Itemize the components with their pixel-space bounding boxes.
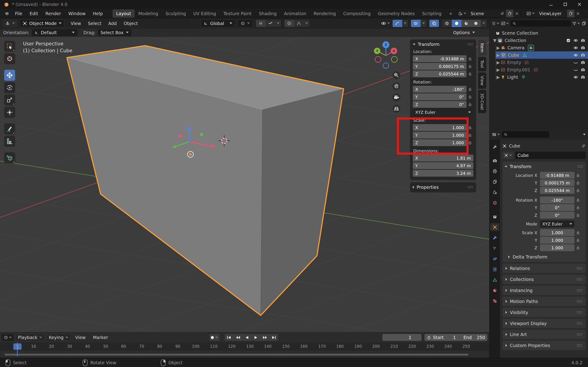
menu-add[interactable]: Add xyxy=(105,21,120,26)
properties-tab-texture[interactable] xyxy=(490,297,499,305)
properties-tab-tool[interactable] xyxy=(490,143,499,151)
properties-tab-object-data[interactable] xyxy=(490,276,499,284)
disclosure-closed-icon[interactable]: ▶ xyxy=(496,75,501,80)
render-camera-icon[interactable] xyxy=(579,75,587,79)
object-browse-button[interactable] xyxy=(502,152,514,159)
dimension-y-field[interactable]: Y4.97 m xyxy=(413,162,473,169)
lock-icon[interactable] xyxy=(574,189,581,192)
menu-object[interactable]: Object xyxy=(120,21,141,26)
lock-icon[interactable] xyxy=(467,141,473,145)
section-custom-properties[interactable]: Custom Properties xyxy=(502,341,586,350)
start-frame-field[interactable]: 1 xyxy=(453,335,456,340)
properties-tab-view-layer[interactable] xyxy=(490,178,499,186)
lock-icon[interactable] xyxy=(574,173,581,177)
section-visibility[interactable]: Visibility xyxy=(502,308,586,317)
jump-next-keyframe-button[interactable] xyxy=(260,334,269,341)
camera-data-icon[interactable] xyxy=(528,45,534,51)
tool-cursor[interactable] xyxy=(4,53,15,64)
rotation-z-field[interactable]: Z0° xyxy=(413,101,467,108)
menu-edit[interactable]: Edit xyxy=(26,10,42,17)
properties-tab-scene[interactable] xyxy=(490,188,499,196)
hidden-eye-closed-icon[interactable] xyxy=(572,67,579,72)
play-button[interactable] xyxy=(251,334,260,341)
timeline-ruler[interactable]: 1020 3040 5060 7080 90100 110120 130140 … xyxy=(0,342,489,351)
gizmo-plane-handle-x[interactable] xyxy=(179,134,182,138)
properties-tab-particles[interactable] xyxy=(490,244,499,252)
view-layer-name[interactable]: ViewLayer xyxy=(536,11,567,16)
lock-icon[interactable] xyxy=(574,206,581,210)
lock-icon[interactable] xyxy=(574,213,581,217)
outliner-row-collection[interactable]: ▼ Collection xyxy=(489,37,588,44)
delta-transform-collapsed[interactable]: Delta Transform xyxy=(505,254,583,259)
tool-rotate[interactable] xyxy=(4,82,15,93)
workspace-tab-scripting[interactable]: Scripting xyxy=(418,9,445,18)
pin-scene-icon[interactable] xyxy=(499,10,506,17)
prop-rotation-y-field[interactable]: 0° xyxy=(540,204,574,211)
scale-z-field[interactable]: Z1.000 xyxy=(413,139,467,146)
properties-options-dropdown[interactable] xyxy=(583,134,586,135)
timeline-view-menu[interactable]: View xyxy=(73,335,88,340)
collapse-icon[interactable] xyxy=(413,44,415,45)
remove-view-layer-button[interactable]: ✕ xyxy=(574,10,581,17)
collapse-icon[interactable] xyxy=(505,166,507,167)
options-dropdown[interactable]: Options xyxy=(450,29,478,36)
mesh-data-icon[interactable] xyxy=(522,53,527,58)
breadcrumb-object-name[interactable]: Cube xyxy=(509,143,520,148)
location-x-field[interactable]: X-0.91488 m xyxy=(413,55,467,62)
workspace-tab-shading[interactable]: Shading xyxy=(255,9,280,18)
jump-to-end-button[interactable] xyxy=(269,334,278,341)
playhead[interactable] xyxy=(17,342,18,356)
scene-name[interactable]: Scene xyxy=(468,11,499,16)
zoom-button[interactable] xyxy=(393,71,400,79)
current-frame-field[interactable]: 1 xyxy=(382,334,422,341)
section-viewport-display[interactable]: Viewport Display xyxy=(502,319,586,328)
menu-file[interactable]: File xyxy=(11,10,26,17)
dimension-x-field[interactable]: X1.81 m xyxy=(413,155,473,161)
unlink-scene-button[interactable]: ✕ xyxy=(513,10,520,17)
show-overlays-button[interactable] xyxy=(411,20,421,27)
lock-icon[interactable] xyxy=(467,65,473,68)
snap-toggle-button[interactable] xyxy=(256,20,266,27)
tool-select-box[interactable] xyxy=(4,41,15,52)
tool-move[interactable] xyxy=(4,70,15,81)
properties-tab-collection[interactable] xyxy=(490,213,499,220)
proportional-edit-button[interactable] xyxy=(284,20,294,27)
snap-dropdown[interactable] xyxy=(275,20,281,27)
properties-tab-constraints[interactable] xyxy=(490,265,499,273)
lock-icon[interactable] xyxy=(574,246,581,250)
prop-scale-z-field[interactable]: 1.000 xyxy=(540,244,574,251)
add-workspace-button[interactable]: + xyxy=(445,9,456,18)
keying-menu[interactable]: Keying xyxy=(46,334,71,341)
viewport-3d[interactable]: Z Y X xyxy=(0,37,489,332)
end-frame-field[interactable]: 250 xyxy=(477,335,485,340)
show-gizmo-button[interactable] xyxy=(393,20,402,27)
menu-view[interactable]: View xyxy=(67,21,85,26)
disclosure-closed-icon[interactable]: ▶ xyxy=(496,52,501,58)
snap-target-button[interactable] xyxy=(266,20,275,27)
drag-handle-icon[interactable] xyxy=(578,165,583,168)
lock-icon[interactable] xyxy=(467,72,473,76)
outliner-row-scene-collection[interactable]: Scene Collection xyxy=(489,29,588,37)
pan-button[interactable] xyxy=(393,82,400,90)
scene-browse-button[interactable] xyxy=(456,10,468,17)
shading-rendered-button[interactable] xyxy=(471,20,481,27)
timeline-track-area[interactable] xyxy=(0,351,489,356)
lock-icon[interactable] xyxy=(574,198,581,202)
menu-help[interactable]: Help xyxy=(89,10,106,17)
prop-location-x-field[interactable]: -0.91488 m xyxy=(540,172,574,179)
outliner-search-input[interactable] xyxy=(510,20,571,27)
properties-editor-type-button[interactable] xyxy=(492,132,500,137)
orientation-default-dropdown[interactable]: Default xyxy=(32,29,78,36)
tool-add-primitive[interactable] xyxy=(4,152,15,163)
cube-object[interactable] xyxy=(67,46,344,315)
properties-collapsed-panel[interactable]: Properties xyxy=(410,182,476,192)
gizmo-dropdown[interactable] xyxy=(402,20,408,27)
prop-location-z-field[interactable]: 0.025544 m xyxy=(540,187,574,194)
lock-icon[interactable] xyxy=(467,133,473,137)
lock-icon[interactable] xyxy=(574,238,581,242)
close-button[interactable] xyxy=(578,2,582,6)
new-scene-button[interactable] xyxy=(506,10,513,17)
section-line-art[interactable]: Line Art xyxy=(502,330,586,339)
rotation-mode-dropdown[interactable]: XYZ Euler xyxy=(540,220,574,227)
properties-tab-material[interactable] xyxy=(490,286,499,294)
